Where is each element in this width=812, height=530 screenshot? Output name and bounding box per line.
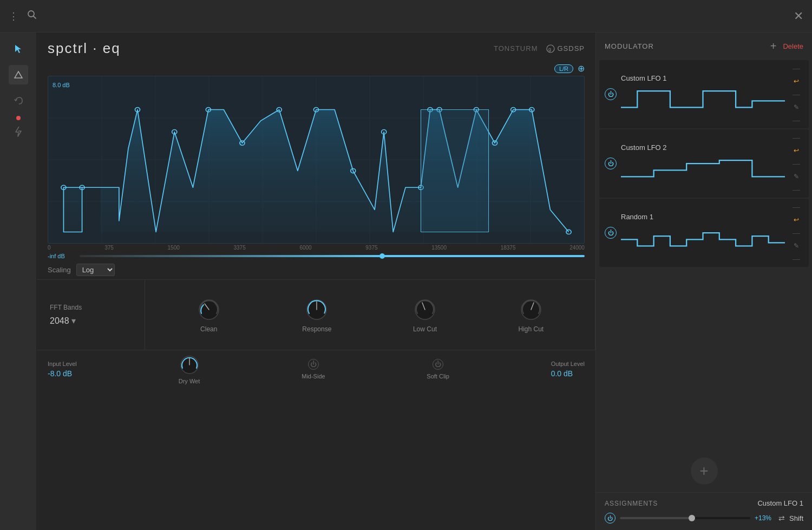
input-level-label: Input Level <box>48 361 77 367</box>
db-top-label: 8.0 dB <box>53 82 70 88</box>
undo-button[interactable] <box>9 91 28 110</box>
input-level-value: -8.0 dB <box>48 369 77 378</box>
eq-chart[interactable]: 8.0 dB <box>48 76 585 244</box>
modulator-delete-button[interactable]: Delete <box>783 42 803 50</box>
app-title: spctrl · eq <box>48 40 121 57</box>
svg-marker-2 <box>15 45 21 53</box>
modulator-2-edit-button[interactable]: ✎ <box>789 169 803 184</box>
brand-gs-label: GSDSP <box>557 44 585 53</box>
midside-power-button[interactable]: ⏻ <box>308 359 319 370</box>
mod-2-dash-mid: — <box>793 160 800 167</box>
highcut-knob[interactable] <box>519 297 543 322</box>
svg-marker-3 <box>15 71 22 78</box>
modulator-item-3: ⏻ Random 1 — ↩ — ✎ — <box>599 199 809 267</box>
assignment-slider[interactable] <box>620 517 750 519</box>
highcut-label: High Cut <box>519 325 544 333</box>
freq-375: 375 <box>104 245 114 251</box>
modulator-3-power-button[interactable]: ⏻ <box>605 227 617 239</box>
softclip-label: Soft Clip <box>427 373 449 379</box>
mod-2-dash-top: — <box>793 134 800 141</box>
db-bottom-label: -inf dB <box>48 253 77 259</box>
mod-3-dash-top: — <box>793 203 800 211</box>
modulator-3-wave <box>621 223 785 253</box>
fft-label: FFT Bands <box>50 304 132 311</box>
center-content: spctrl · eq TONSTURM g GSDSP L/R ⊕ 8.0 d… <box>37 32 595 530</box>
lowcut-knob[interactable] <box>412 297 437 322</box>
lr-badge[interactable]: L/R <box>554 64 573 73</box>
output-level-value: 0.0 dB <box>551 369 585 378</box>
assignments-lfo-label: Custom LFO 1 <box>757 499 803 507</box>
mod-2-dash-bot: — <box>793 186 800 193</box>
drywet-label: Dry Wet <box>179 378 200 384</box>
eq-controls-row: L/R ⊕ <box>37 61 595 76</box>
freq-24000: 24000 <box>569 245 585 251</box>
modulator-actions: + Delete <box>770 40 803 53</box>
add-modulator-button[interactable]: + <box>691 457 718 485</box>
lowcut-knob-group: Low Cut <box>412 297 437 333</box>
modulator-2-assign-button[interactable]: ↩ <box>789 143 803 158</box>
modulator-3-edit-button[interactable]: ✎ <box>789 239 803 253</box>
modulator-2-content: Custom LFO 2 <box>621 143 785 184</box>
softclip-power-button[interactable]: ⏻ <box>433 359 443 370</box>
highcut-knob-group: High Cut <box>519 297 544 333</box>
clean-label: Clean <box>200 325 217 333</box>
svg-text:g: g <box>548 47 552 52</box>
assignment-row: ⏻ +13% ⇄ Shift <box>605 513 803 524</box>
input-level-group: Input Level -8.0 dB <box>48 361 77 378</box>
cursor-tool-button[interactable] <box>9 39 28 58</box>
modulator-1-assign-button[interactable]: ↩ <box>789 74 803 88</box>
search-icon[interactable] <box>27 10 37 22</box>
mod-1-dash-bot: — <box>793 116 800 124</box>
modulator-1-actions: — ↩ — ✎ — <box>789 64 803 124</box>
assignments-title: ASSIGNMENTS <box>605 500 658 507</box>
bottom-controls: FFT Bands 2048 ▾ <box>37 279 595 350</box>
assignment-arrows-icon[interactable]: ⇄ <box>778 514 785 522</box>
link-icon[interactable]: ⊕ <box>578 63 585 74</box>
modulator-item-1: ⏻ Custom LFO 1 — ↩ — ✎ — <box>599 60 809 128</box>
response-knob[interactable] <box>304 297 329 322</box>
modulator-title: MODULATOR <box>605 42 654 50</box>
top-bar: ⋮ ✕ <box>0 0 812 32</box>
modulator-1-power-button[interactable]: ⏻ <box>605 88 617 100</box>
assignment-target: Shift <box>789 514 803 522</box>
top-bar-left: ⋮ <box>9 10 37 22</box>
mod-3-dash-mid: — <box>793 229 800 237</box>
close-button[interactable]: ✕ <box>794 9 803 23</box>
assignment-percent: +13% <box>755 514 774 522</box>
svg-rect-36 <box>421 110 488 232</box>
modulator-add-button[interactable]: + <box>770 40 777 53</box>
freq-0: 0 <box>48 245 51 251</box>
scaling-row: Scaling Log Linear <box>37 260 595 279</box>
modulator-1-wave <box>621 84 785 114</box>
main-layout: spctrl · eq TONSTURM g GSDSP L/R ⊕ 8.0 d… <box>0 32 812 530</box>
fft-section: FFT Bands 2048 ▾ <box>37 280 145 350</box>
fft-dropdown-icon[interactable]: ▾ <box>71 316 76 326</box>
modulator-3-assign-button[interactable]: ↩ <box>789 213 803 227</box>
assignments-section: ASSIGNMENTS Custom LFO 1 ⏻ +13% ⇄ Shift <box>596 492 812 530</box>
knob-section: Clean Response <box>145 280 595 350</box>
slider-row: -inf dB <box>37 252 595 260</box>
left-panel <box>0 32 37 530</box>
drywet-knob[interactable] <box>179 354 200 376</box>
triangle-tool-button[interactable] <box>9 65 28 84</box>
brand-area: TONSTURM g GSDSP <box>494 44 585 53</box>
clean-knob[interactable] <box>197 297 221 322</box>
assignment-power-button[interactable]: ⏻ <box>605 513 615 524</box>
fft-number: 2048 <box>50 316 69 326</box>
brand-tonsturm: TONSTURM <box>494 44 538 53</box>
scaling-select[interactable]: Log Linear <box>76 264 115 276</box>
mod-1-dash-top: — <box>793 64 800 72</box>
eq-svg[interactable] <box>48 76 584 243</box>
eq-range-slider[interactable] <box>80 255 585 257</box>
menu-icon[interactable]: ⋮ <box>9 10 18 22</box>
modulator-1-edit-button[interactable]: ✎ <box>789 100 803 114</box>
bolt-icon[interactable] <box>9 122 28 141</box>
svg-line-1 <box>34 16 36 19</box>
fft-value: 2048 ▾ <box>50 316 132 326</box>
modulator-3-name: Random 1 <box>621 213 785 221</box>
modulator-2-power-button[interactable]: ⏻ <box>605 158 617 169</box>
record-indicator <box>16 116 21 120</box>
response-label: Response <box>302 325 331 333</box>
modulator-header: MODULATOR + Delete <box>596 32 812 60</box>
midside-group: ⏻ Mid-Side <box>302 359 325 379</box>
